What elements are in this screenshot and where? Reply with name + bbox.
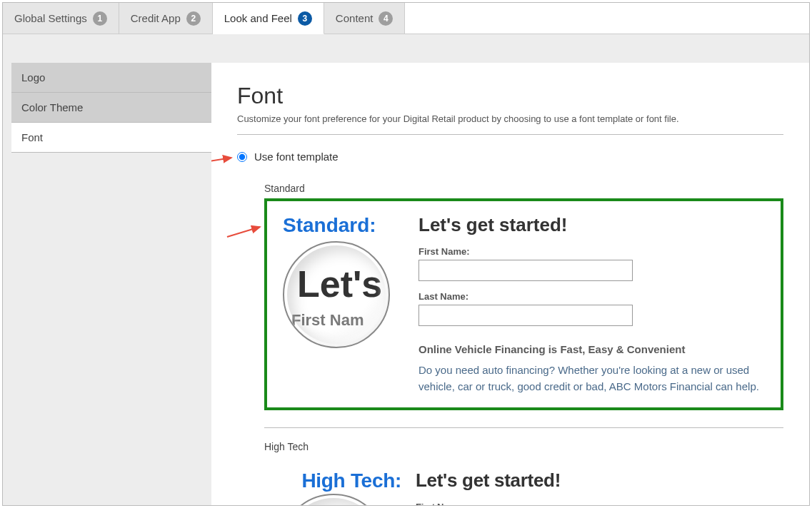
magnifier-small-text: First Nam: [291, 311, 364, 330]
tab-credit-app[interactable]: Credit App 2: [119, 3, 213, 34]
sidebar-item-font[interactable]: Font: [11, 123, 211, 153]
sidebar-item-logo[interactable]: Logo: [11, 63, 211, 93]
tab-badge: 1: [93, 11, 107, 26]
template-title: Standard:: [283, 214, 404, 237]
template-card-high-tech[interactable]: High Tech: Let's get started! First Name…: [264, 457, 783, 505]
template-section-label: Standard: [264, 183, 783, 194]
tab-badge: 4: [379, 11, 393, 26]
page-title: Font: [237, 83, 783, 109]
tab-badge: 3: [298, 11, 312, 26]
template-card-left: Standard: Let's First Nam: [283, 214, 404, 395]
main-panel: Font Customize your font preference for …: [211, 63, 809, 505]
svg-line-0: [211, 158, 231, 162]
first-name-label: First Name:: [418, 246, 765, 257]
body-area: Logo Color Theme Font Font Customize you…: [3, 34, 809, 505]
last-name-label: Last Name:: [418, 291, 765, 302]
tab-global-settings[interactable]: Global Settings 1: [3, 3, 119, 34]
tab-label: Credit App: [131, 12, 181, 24]
use-font-template-option[interactable]: Use font template: [237, 151, 783, 163]
app-frame: Global Settings 1 Credit App 2 Look and …: [2, 2, 810, 506]
svg-line-1: [227, 227, 260, 237]
tab-content[interactable]: Content 4: [324, 3, 406, 34]
template-title: High Tech:: [280, 469, 401, 492]
sidebar-item-color-theme[interactable]: Color Theme: [11, 93, 211, 123]
template-divider: [264, 427, 783, 428]
template-subheading: Online Vehicle Financing is Fast, Easy &…: [418, 343, 765, 355]
radio-label: Use font template: [254, 151, 339, 163]
tab-label: Look and Feel: [224, 12, 292, 24]
tab-label: Content: [336, 12, 374, 24]
template-card-right: Let's get started! First Name: Last Name…: [418, 214, 765, 395]
tab-label: Global Settings: [14, 12, 87, 24]
template-heading: Let's get started!: [418, 214, 765, 236]
template-section-label: High Tech: [264, 441, 783, 452]
template-card-right: Let's get started! First Name:: [416, 469, 768, 505]
template-body-text: Do you need auto financing? Whether you'…: [418, 362, 761, 395]
magnifier-preview: Let's First Nam: [283, 241, 390, 348]
font-template-high-tech: High Tech High Tech: Let's get started! …: [237, 441, 783, 505]
font-template-standard: Standard Standard: Let's First Nam Let's…: [237, 183, 783, 428]
template-card-left: High Tech:: [280, 469, 401, 505]
top-tabs: Global Settings 1 Credit App 2 Look and …: [3, 3, 809, 34]
tab-look-and-feel[interactable]: Look and Feel 3: [213, 3, 324, 34]
tab-badge: 2: [186, 11, 201, 26]
first-name-label: First Name:: [416, 502, 768, 505]
first-name-input[interactable]: [418, 260, 633, 281]
annotation-arrow-icon: [226, 223, 266, 240]
magnifier-big-text: Let's: [297, 263, 382, 305]
last-name-input[interactable]: [418, 305, 633, 326]
magnifier-preview: [280, 494, 387, 505]
annotation-arrow-icon: [211, 155, 237, 169]
template-heading: Let's get started!: [416, 469, 768, 492]
template-card-standard[interactable]: Standard: Let's First Nam Let's get star…: [264, 198, 783, 410]
sidebar: Logo Color Theme Font: [3, 63, 211, 505]
use-font-template-radio[interactable]: [237, 152, 247, 162]
page-description: Customize your font preference for your …: [237, 113, 783, 135]
